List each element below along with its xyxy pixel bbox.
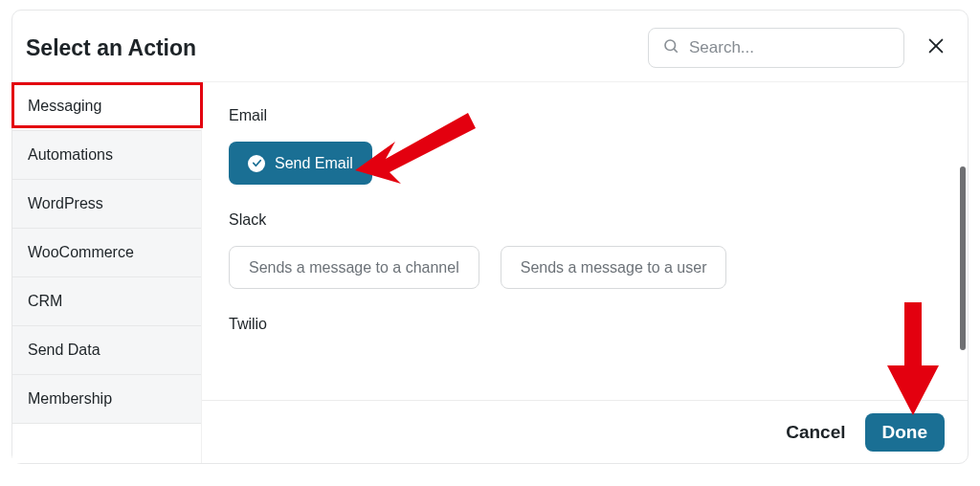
section-title-email: Email xyxy=(229,107,941,124)
section-title-twilio: Twilio xyxy=(229,316,941,333)
modal-body: Messaging Automations WordPress WooComme… xyxy=(12,81,968,463)
sidebar-item-send-data[interactable]: Send Data xyxy=(12,326,201,375)
action-send-email[interactable]: Send Email xyxy=(229,142,372,185)
sidebar-item-crm[interactable]: CRM xyxy=(12,277,201,326)
action-label: Sends a message to a channel xyxy=(249,259,459,276)
search-box[interactable] xyxy=(648,28,904,68)
sidebar-item-label: WordPress xyxy=(28,195,103,212)
sidebar-item-label: Messaging xyxy=(28,98,101,115)
modal-title: Select an Action xyxy=(26,35,196,61)
done-button[interactable]: Done xyxy=(865,413,946,452)
modal-header: Select an Action xyxy=(12,11,968,81)
sidebar-item-wordpress[interactable]: WordPress xyxy=(12,180,201,229)
sidebar-item-label: CRM xyxy=(28,293,62,310)
header-right xyxy=(648,28,947,68)
action-label: Sends a message to a user xyxy=(521,259,707,276)
section-title-slack: Slack xyxy=(229,211,941,229)
action-row: Send Email xyxy=(229,142,941,185)
sidebar-item-label: Membership xyxy=(28,390,112,408)
sidebar-item-label: Send Data xyxy=(28,342,100,359)
action-modal: Select an Action Messaging Automations W… xyxy=(11,10,969,464)
sidebar-item-membership[interactable]: Membership xyxy=(12,375,201,424)
sidebar-item-woocommerce[interactable]: WooCommerce xyxy=(12,229,201,277)
sidebar-item-label: Automations xyxy=(28,146,113,164)
close-icon[interactable] xyxy=(925,35,947,60)
action-slack-channel[interactable]: Sends a message to a channel xyxy=(229,246,479,289)
action-label: Send Email xyxy=(275,155,353,172)
sidebar-item-automations[interactable]: Automations xyxy=(12,131,201,180)
modal-footer: Cancel Done xyxy=(202,400,968,463)
category-sidebar: Messaging Automations WordPress WooComme… xyxy=(12,82,202,463)
action-slack-user[interactable]: Sends a message to a user xyxy=(501,246,727,289)
sidebar-item-label: WooCommerce xyxy=(28,244,134,261)
check-icon xyxy=(248,155,265,172)
svg-line-1 xyxy=(674,49,678,53)
sidebar-item-messaging[interactable]: Messaging xyxy=(12,82,201,131)
action-list: Email Send Email Slack Sends a message t… xyxy=(202,82,968,400)
cancel-button[interactable]: Cancel xyxy=(786,422,845,443)
search-input[interactable] xyxy=(689,38,892,57)
search-icon xyxy=(662,37,679,58)
content-wrap: Email Send Email Slack Sends a message t… xyxy=(202,82,968,463)
svg-point-0 xyxy=(665,40,676,51)
action-row: Sends a message to a channel Sends a mes… xyxy=(229,246,941,289)
